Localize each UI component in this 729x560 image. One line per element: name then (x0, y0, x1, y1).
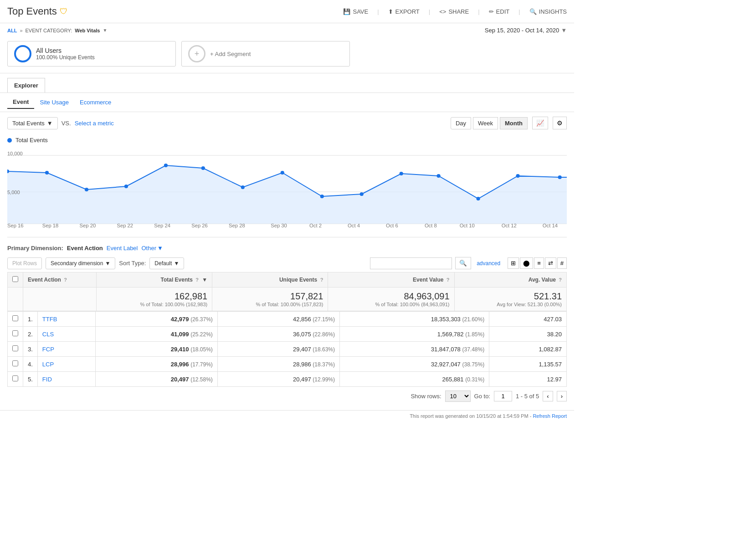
sort-type-label: Sort Type: (119, 260, 146, 267)
save-button[interactable]: 💾 SAVE (343, 8, 368, 15)
select-all-checkbox[interactable] (12, 276, 18, 282)
svg-point-13 (360, 192, 364, 196)
search-input[interactable] (370, 257, 452, 269)
sort-arrow-total-events: ▼ (202, 277, 207, 283)
period-day-button[interactable]: Day (451, 117, 471, 129)
col-unique-events: Unique Events ? (212, 272, 328, 288)
row-action-link-0[interactable]: TTFB (42, 316, 57, 323)
plot-rows-button[interactable]: Plot Rows (7, 257, 42, 269)
y-axis-5000: 5,000 (7, 190, 20, 195)
total-events-sub: % of Total: 100.00% (162,983) (101, 302, 207, 307)
chart-line-view-button[interactable]: 📈 (532, 117, 548, 129)
svg-point-16 (476, 197, 480, 200)
next-page-button[interactable]: › (557, 391, 567, 401)
col-event-value: Event Value ? (328, 272, 454, 288)
insights-button[interactable]: 🔍 INSIGHTS (529, 8, 567, 15)
row-action-link-1[interactable]: CLS (42, 331, 54, 338)
unique-events-main: 157,821 (217, 291, 323, 302)
active-segment: All Users 100.00% Unique Events (7, 41, 176, 67)
svg-text:Oct 2: Oct 2 (309, 223, 322, 228)
help-icon-event-value[interactable]: ? (447, 277, 450, 283)
search-button[interactable]: 🔍 (455, 257, 471, 269)
dropdown-arrow-icon: ▼ (47, 120, 53, 127)
svg-text:Oct 6: Oct 6 (386, 223, 398, 228)
sort-arrow-icon: ▼ (174, 260, 179, 267)
row-checkbox-0[interactable] (12, 315, 18, 321)
svg-text:Oct 12: Oct 12 (502, 223, 517, 228)
view-pivot-icon[interactable]: # (557, 257, 567, 269)
table-row: 1. TTFB 42,979 (26.37%) 42,856 (27.15%) … (8, 312, 567, 327)
view-pie-icon[interactable]: ⬤ (520, 257, 533, 269)
explorer-tab[interactable]: Explorer (7, 78, 45, 92)
svg-point-11 (281, 171, 284, 175)
row-checkbox-4[interactable] (12, 375, 18, 381)
data-table: Event Action ? Total Events ? ▼ Unique E… (7, 272, 567, 311)
event-action-option: Event Action (67, 245, 103, 252)
tab-site-usage[interactable]: Site Usage (34, 96, 74, 108)
svg-text:Oct 8: Oct 8 (425, 223, 437, 228)
svg-text:Sep 24: Sep 24 (154, 223, 170, 228)
svg-point-18 (558, 175, 562, 179)
event-value-sub: % of Total: 100.00% (84,963,091) (333, 302, 449, 307)
share-button[interactable]: <> SHARE (439, 8, 469, 15)
metric-dropdown[interactable]: Total Events ▼ (7, 117, 58, 129)
help-icon-avg-value[interactable]: ? (559, 277, 562, 283)
date-range[interactable]: Sep 15, 2020 - Oct 14, 2020 ▼ (485, 27, 567, 34)
export-button[interactable]: ⬆ EXPORT (388, 8, 420, 15)
svg-point-9 (201, 166, 205, 170)
breadcrumb-all[interactable]: ALL (7, 28, 17, 33)
chart-scatter-view-button[interactable]: ⚙ (553, 117, 567, 129)
vs-label: VS. (62, 120, 71, 127)
svg-text:Sep 18: Sep 18 (42, 223, 59, 228)
segment-circle-icon (14, 45, 31, 62)
secondary-dimension-dropdown[interactable]: Secondary dimension ▼ (46, 257, 115, 269)
share-icon: <> (439, 8, 446, 15)
help-icon-event-action[interactable]: ? (64, 277, 67, 283)
period-week-button[interactable]: Week (473, 117, 498, 129)
avg-value-main: 521.31 (459, 291, 562, 302)
svg-point-8 (164, 164, 168, 167)
goto-label: Go to: (474, 393, 490, 400)
prev-page-button[interactable]: ‹ (543, 391, 553, 401)
breadcrumb-dropdown-icon[interactable]: ▼ (103, 28, 107, 33)
period-month-button[interactable]: Month (500, 117, 528, 129)
sort-default-dropdown[interactable]: Default ▼ (149, 257, 184, 269)
view-compare-icon[interactable]: ⇄ (545, 257, 556, 269)
event-label-link[interactable]: Event Label (107, 245, 138, 252)
svg-point-7 (124, 185, 128, 188)
add-segment-circle-icon: + (188, 45, 205, 62)
data-rows-table: 1. TTFB 42,979 (26.37%) 42,856 (27.15%) … (7, 311, 567, 387)
table-row: 5. FID 20,497 (12.58%) 20,497 (12.99%) 2… (8, 372, 567, 387)
help-icon-total-events[interactable]: ? (195, 277, 199, 283)
page-range: 1 - 5 of 5 (516, 393, 539, 400)
table-row: 4. LCP 28,996 (17.79%) 28,986 (18.37%) 3… (8, 357, 567, 372)
edit-button[interactable]: ✏ EDIT (489, 8, 510, 15)
advanced-link[interactable]: advanced (477, 260, 500, 267)
refresh-report-link[interactable]: Refresh Report (533, 413, 567, 419)
row-checkbox-3[interactable] (12, 360, 18, 366)
view-table-icon[interactable]: ⊞ (508, 257, 519, 269)
row-checkbox-2[interactable] (12, 345, 18, 351)
totals-row: 162,981 % of Total: 100.00% (162,983) 15… (8, 288, 567, 311)
view-list-icon[interactable]: ≡ (534, 257, 544, 269)
col-total-events: Total Events ? ▼ (97, 272, 212, 288)
tab-event[interactable]: Event (7, 96, 34, 109)
avg-value-sub: Avg for View: 521.30 (0.00%) (459, 302, 562, 307)
svg-text:Sep 22: Sep 22 (117, 223, 133, 228)
svg-text:Oct 4: Oct 4 (348, 223, 360, 228)
tab-ecommerce[interactable]: Ecommerce (74, 96, 117, 108)
svg-text:Oct 10: Oct 10 (460, 223, 475, 228)
other-dropdown[interactable]: Other ▼ (141, 245, 163, 252)
row-checkbox-1[interactable] (12, 330, 18, 336)
help-icon-unique-events[interactable]: ? (320, 277, 323, 283)
chart-area: Total Events 10,000 5,000 (0, 134, 574, 237)
select-metric-link[interactable]: Select a metric (75, 120, 114, 127)
row-action-link-4[interactable]: FID (42, 376, 52, 383)
add-segment-button[interactable]: + + Add Segment (181, 41, 350, 67)
shield-icon: 🛡 (60, 7, 68, 16)
date-range-arrow-icon: ▼ (561, 27, 567, 34)
row-action-link-2[interactable]: FCP (42, 346, 54, 353)
row-action-link-3[interactable]: LCP (42, 361, 54, 368)
goto-input[interactable] (494, 391, 512, 401)
rows-select[interactable]: 10 25 50 100 (445, 390, 471, 402)
